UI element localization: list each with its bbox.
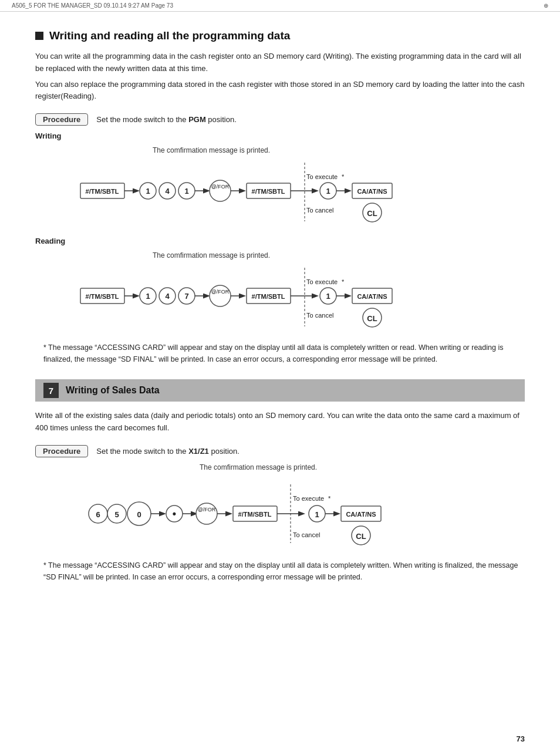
svg-text:CL: CL	[367, 209, 377, 218]
section7-title: Writing of Sales Data	[66, 385, 160, 396]
section7-body: Write all of the existing sales data (da…	[35, 410, 525, 434]
svg-text:To cancel: To cancel	[306, 312, 333, 319]
svg-text:6: 6	[96, 510, 100, 519]
svg-text:@/FOR: @/FOR	[211, 289, 230, 295]
svg-text:*: *	[328, 495, 331, 502]
reading-label: Reading	[35, 237, 525, 245]
reading-flow-svg: #/TM/SBTL 1 4 7 @/FOR #/TM/SBTL To execu…	[75, 262, 485, 332]
svg-text:CL: CL	[367, 314, 377, 323]
svg-text:#/TM/SBTL: #/TM/SBTL	[252, 188, 285, 195]
svg-text:@/FOR: @/FOR	[198, 507, 216, 513]
svg-text:1: 1	[326, 292, 330, 301]
svg-text:#/TM/SBTL: #/TM/SBTL	[252, 293, 285, 300]
svg-text:1: 1	[315, 510, 319, 519]
reading-confirmation-note: The comfirmation message is printed.	[153, 251, 525, 259]
svg-text:#/TM/SBTL: #/TM/SBTL	[86, 188, 119, 195]
black-square-icon	[35, 32, 43, 40]
svg-text:*: *	[342, 173, 345, 180]
svg-text:1: 1	[326, 187, 330, 196]
svg-text:1: 1	[146, 187, 150, 196]
section-title-writing-reading: Writing and reading all the programming …	[35, 29, 525, 42]
section7-num: 7	[43, 383, 59, 398]
writing-label: Writing	[35, 132, 525, 140]
section-main-title: Writing and reading all the programming …	[49, 29, 290, 42]
svg-text:5: 5	[114, 510, 119, 519]
svg-text:1: 1	[146, 292, 150, 301]
header-bar: A506_5 FOR THE MANAGER_SD 09.10.14 9:27 …	[0, 0, 560, 12]
main-content: Writing and reading all the programming …	[0, 12, 560, 621]
svg-text:CA/AT/NS: CA/AT/NS	[357, 293, 387, 300]
svg-text:#/TM/SBTL: #/TM/SBTL	[86, 293, 119, 300]
page-container: A506_5 FOR THE MANAGER_SD 09.10.14 9:27 …	[0, 0, 560, 755]
svg-text:@/FOR: @/FOR	[211, 184, 230, 190]
svg-text:To cancel: To cancel	[293, 531, 320, 538]
writing-flow-svg: #/TM/SBTL 1 4 1 @/FOR	[75, 157, 485, 227]
svg-text:*: *	[342, 278, 345, 285]
section7-flow-svg: 6 5 0 • @/FOR	[75, 474, 485, 550]
writing-diagram: The comfirmation message is printed. #/T…	[35, 146, 525, 227]
procedure-text-1: Set the mode switch to the PGM position.	[96, 115, 236, 124]
svg-text:7: 7	[184, 292, 188, 301]
footnote-7: * The message “ACCESSING CARD” will appe…	[43, 559, 525, 583]
reading-diagram: The comfirmation message is printed. #/T…	[35, 251, 525, 332]
svg-text:CL: CL	[356, 532, 366, 541]
svg-text:#/TM/SBTL: #/TM/SBTL	[238, 511, 272, 518]
svg-text:To execute: To execute	[306, 173, 338, 180]
procedure-row-1: Procedure Set the mode switch to the PGM…	[35, 113, 525, 126]
svg-text:4: 4	[165, 187, 170, 196]
svg-text:•: •	[173, 508, 176, 520]
svg-text:CA/AT/NS: CA/AT/NS	[357, 188, 387, 195]
svg-text:To cancel: To cancel	[306, 207, 333, 214]
header-page-mark: ⊕	[544, 2, 548, 9]
svg-text:4: 4	[165, 292, 170, 301]
procedure-badge-1: Procedure	[35, 113, 88, 126]
svg-text:To execute: To execute	[306, 278, 338, 285]
svg-text:To execute: To execute	[293, 495, 324, 502]
procedure-badge-2: Procedure	[35, 445, 88, 457]
procedure-row-2: Procedure Set the mode switch to the X1/…	[35, 445, 525, 457]
section7-confirmation-note: The comfirmation message is printed.	[200, 463, 525, 471]
svg-text:1: 1	[184, 187, 188, 196]
svg-text:0: 0	[137, 510, 141, 519]
svg-text:CA/AT/NS: CA/AT/NS	[346, 511, 376, 518]
body-text-1: You can write all the programming data i…	[35, 50, 525, 75]
writing-confirmation-note: The comfirmation message is printed.	[153, 146, 525, 154]
page-number: 73	[517, 734, 525, 743]
section7-diagram: The comfirmation message is printed. 6 5…	[35, 463, 525, 550]
header-text: A506_5 FOR THE MANAGER_SD 09.10.14 9:27 …	[12, 2, 173, 9]
section7-header: 7 Writing of Sales Data	[35, 379, 525, 402]
footnote-1: * The message “ACCESSING CARD” will appe…	[43, 342, 525, 365]
procedure-text-2: Set the mode switch to the X1/Z1 positio…	[96, 447, 239, 456]
body-text-2: You can also replace the programming dat…	[35, 79, 525, 103]
